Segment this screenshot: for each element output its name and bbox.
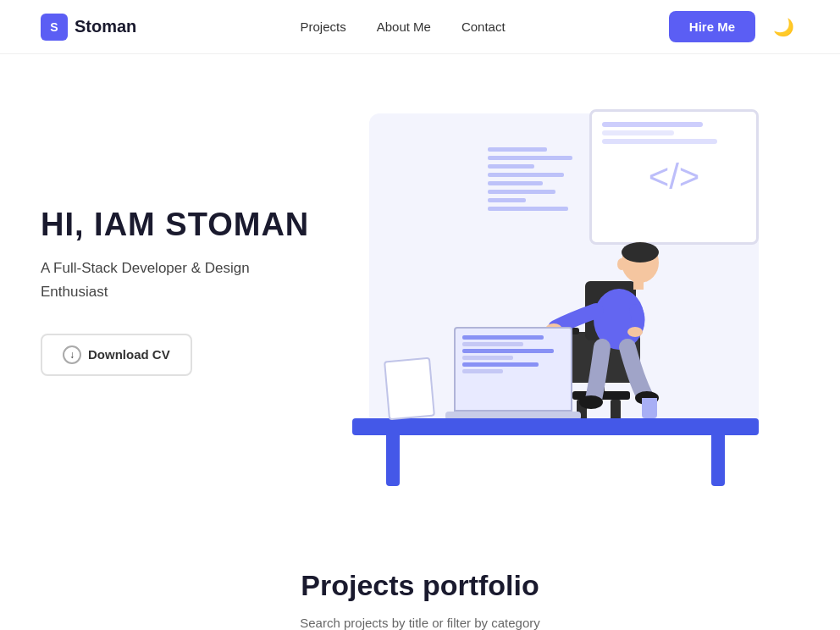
logo-text: Stoman — [75, 17, 136, 36]
lc-4 — [462, 356, 513, 360]
logo-icon: S — [41, 14, 68, 41]
nav-item-contact[interactable]: Contact — [461, 19, 506, 35]
navbar: S Stoman Projects About Me Contact Hire … — [0, 0, 840, 54]
nav-right: Hire Me 🌙 — [669, 11, 799, 42]
hero-section: HI, IAM STOMAN A Full-Stack Developer & … — [0, 54, 840, 528]
portfolio-title: Projects portfolio — [41, 569, 799, 602]
m-code-1 — [602, 122, 703, 127]
nav-item-about[interactable]: About Me — [377, 19, 431, 35]
svg-point-14 — [579, 395, 603, 409]
download-icon: ↓ — [63, 345, 81, 364]
svg-point-10 — [617, 258, 626, 270]
portfolio-section: Projects portfolio Search projects by ti… — [0, 528, 840, 630]
download-cv-button[interactable]: ↓ Download CV — [41, 334, 192, 376]
portfolio-subtitle: Search projects by title or filter by ca… — [41, 616, 799, 630]
illustration-wrapper: </> — [335, 97, 776, 486]
moon-icon: 🌙 — [773, 17, 794, 37]
svg-point-13 — [627, 327, 643, 337]
hero-tagline: A Full-Stack Developer & Design Enthusia… — [41, 257, 278, 302]
logo[interactable]: S Stoman — [41, 14, 136, 41]
nav-link-projects[interactable]: Projects — [301, 19, 346, 34]
download-label: Download CV — [88, 347, 170, 362]
code-line-2 — [488, 156, 572, 160]
lc-1 — [462, 335, 544, 340]
laptop-screen — [454, 327, 572, 412]
theme-toggle-button[interactable]: 🌙 — [769, 12, 799, 42]
svg-rect-11 — [633, 279, 644, 290]
nav-link-about[interactable]: About Me — [377, 19, 431, 34]
desk-leg-left — [386, 435, 400, 486]
lc-2 — [462, 342, 523, 346]
tablet — [384, 357, 435, 421]
nav-link-contact[interactable]: Contact — [461, 19, 506, 34]
m-code-2 — [602, 130, 674, 135]
m-code-3 — [602, 139, 717, 144]
hire-me-button[interactable]: Hire Me — [669, 11, 755, 42]
hero-illustration: </> — [312, 54, 799, 528]
desk-leg-right — [711, 435, 725, 486]
hero-heading: HI, IAM STOMAN — [41, 207, 312, 243]
lc-6 — [462, 369, 503, 373]
code-line-1 — [488, 147, 547, 152]
lc-5 — [462, 362, 539, 367]
nav-links: Projects About Me Contact — [301, 19, 506, 35]
svg-point-9 — [622, 242, 659, 262]
desk-surface — [352, 418, 759, 435]
monitor-code — [592, 112, 756, 154]
lc-3 — [462, 349, 554, 353]
hero-text: HI, IAM STOMAN A Full-Stack Developer & … — [41, 207, 312, 375]
cup — [642, 398, 657, 418]
nav-item-projects[interactable]: Projects — [301, 19, 346, 35]
